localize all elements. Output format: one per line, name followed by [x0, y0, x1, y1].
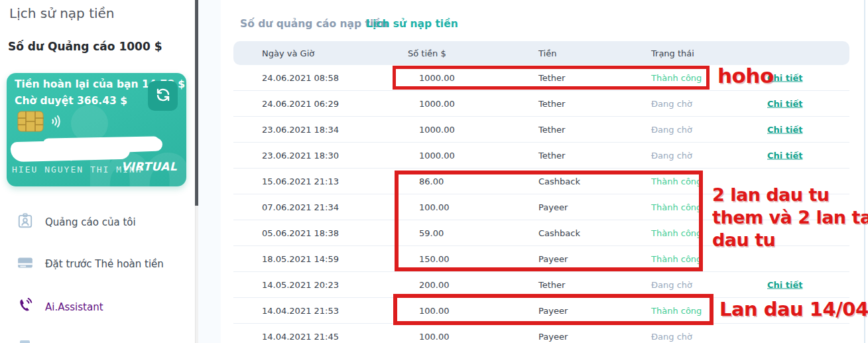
- cell-date: 05.06.2021 18:38: [262, 228, 339, 238]
- table-row: 24.06.2021 06:29 1000.00 Tether Đang chờ…: [233, 91, 849, 117]
- refresh-balance-button[interactable]: [148, 81, 178, 111]
- header-date: Ngày và Giờ: [262, 48, 314, 58]
- cell-date: 14.04.2021 21:53: [262, 306, 339, 316]
- cell-date: 14.05.2021 20:23: [262, 280, 339, 290]
- id-badge-icon: [17, 212, 34, 232]
- virtual-card: m Tiền hoàn lại của bạn 14.78 $ Chờ duyệ…: [7, 73, 186, 186]
- cell-amount: 86.00: [419, 176, 444, 186]
- detail-link[interactable]: Chi tiết: [767, 99, 802, 109]
- cell-status: Thành công: [651, 202, 702, 212]
- sidebar-item-label: Đặt trước Thẻ hoàn tiền: [45, 258, 164, 270]
- table-row: 14.05.2021 20:23 200.00 Tether Đang chờ …: [233, 272, 849, 298]
- cell-date: 24.06.2021 06:29: [262, 99, 339, 109]
- header-status: Trạng thái: [651, 48, 694, 58]
- cell-method: Payeer: [538, 254, 568, 264]
- card-virtual-badge: VIRTUAL: [121, 160, 177, 173]
- sidebar-item-ai-assistant[interactable]: Ai.Assistant: [0, 296, 195, 318]
- card-pending-text: Chờ duyệt 366.43 $: [15, 95, 127, 107]
- cell-status: Thành công: [651, 254, 702, 264]
- sidebar-title: Lịch sử nạp tiền: [9, 5, 115, 21]
- cell-date: 24.06.2021 08:58: [262, 73, 339, 83]
- cell-amount: 100.00: [419, 306, 450, 316]
- cell-status: Đang chờ: [651, 125, 692, 135]
- sidebar: Lịch sử nạp tiền Số dư Quảng cáo 1000 $ …: [0, 0, 195, 343]
- cell-date: 15.06.2021 21:13: [262, 176, 339, 186]
- credit-card-icon: [17, 254, 34, 274]
- table-row: 23.06.2021 18:34 1000.00 Tether Đang chờ…: [233, 117, 849, 143]
- table-row: 14.04.2021 21:45 100.00 Payeer Đang chờ: [233, 324, 849, 343]
- annotation-line: dau tu: [712, 229, 868, 251]
- sidebar-item-label: Quảng cáo của tôi: [45, 216, 136, 228]
- cell-amount: 1000.00: [419, 151, 455, 161]
- cell-status: Đang chờ: [651, 151, 692, 161]
- table-row: 23.06.2021 18:30 1000.00 Tether Đang chờ…: [233, 143, 849, 169]
- header-method: Tiền: [538, 48, 556, 58]
- cell-date: 23.06.2021 18:34: [262, 125, 339, 135]
- cell-amount: 59.00: [419, 228, 444, 238]
- annotation-line: 2 lan dau tu: [712, 184, 868, 206]
- ad-balance-label: Số dư Quảng cáo 1000 $: [8, 40, 162, 53]
- sidebar-item-cashback-card[interactable]: Đặt trước Thẻ hoàn tiền: [0, 253, 195, 275]
- cell-method: Cashback: [538, 176, 580, 186]
- cell-amount: 1000.00: [419, 73, 455, 83]
- cell-status: Thành công: [651, 176, 702, 186]
- cell-method: Tether: [538, 151, 565, 161]
- cell-method: Tether: [538, 125, 565, 135]
- table-header: Ngày và Giờ Số tiền $ Tiền Trạng thái: [233, 41, 849, 65]
- tab-deposit-history[interactable]: Lịch sử nạp tiền: [366, 18, 458, 30]
- card-number-redaction: [106, 138, 163, 153]
- cell-date: 07.06.2021 21:34: [262, 202, 339, 212]
- cell-amount: 100.00: [419, 332, 450, 342]
- cell-date: 14.04.2021 21:45: [262, 332, 339, 342]
- cell-method: Payeer: [538, 332, 568, 342]
- cell-status: Thành công: [651, 306, 702, 316]
- card-chip-icon: [17, 111, 44, 132]
- sidebar-item-label: Ai.Assistant: [45, 301, 103, 313]
- annotation-text-investments: 2 lan dau tu them và 2 lan tai dau tu: [712, 184, 868, 251]
- cell-status: Thành công: [651, 73, 702, 83]
- cell-status: Thành công: [651, 228, 702, 238]
- detail-link[interactable]: Chi tiết: [767, 151, 802, 161]
- cell-status: Đang chờ: [651, 280, 692, 290]
- header-amount: Số tiền $: [408, 48, 446, 58]
- cell-method: Payeer: [538, 306, 568, 316]
- cell-method: Tether: [538, 280, 565, 290]
- cell-amount: 100.00: [419, 202, 450, 212]
- card-expiry: 04/23: [58, 152, 88, 162]
- content-gutter: [198, 0, 221, 343]
- cell-date: 23.06.2021 18:30: [262, 151, 339, 161]
- cell-date: 18.05.2021 14:59: [262, 254, 339, 264]
- detail-link[interactable]: Chi tiết: [767, 280, 802, 290]
- menu-icon-cutoff: [20, 340, 30, 343]
- cell-amount: 200.00: [419, 280, 450, 290]
- cell-method: Tether: [538, 99, 565, 109]
- cell-method: Cashback: [538, 228, 580, 238]
- cell-amount: 1000.00: [419, 99, 455, 109]
- cell-method: Tether: [538, 73, 565, 83]
- detail-link[interactable]: Chi tiết: [767, 125, 802, 135]
- refresh-icon: [155, 87, 171, 105]
- sidebar-item-my-ads[interactable]: Quảng cáo của tôi: [0, 211, 195, 234]
- right-edge-divider: [864, 0, 865, 343]
- cell-status: Đang chờ: [651, 332, 692, 342]
- phone-assistant-icon: [17, 297, 34, 317]
- cell-amount: 150.00: [419, 254, 450, 264]
- cell-method: Payeer: [538, 202, 568, 212]
- annotation-text-hoho: hoho: [717, 64, 774, 88]
- annotation-text-first-deposit: Lan dau 14/04: [719, 298, 868, 320]
- cell-amount: 1000.00: [419, 125, 455, 135]
- cell-status: Đang chờ: [651, 99, 692, 109]
- annotation-line: them và 2 lan tai: [712, 206, 868, 229]
- contactless-icon: [49, 113, 66, 133]
